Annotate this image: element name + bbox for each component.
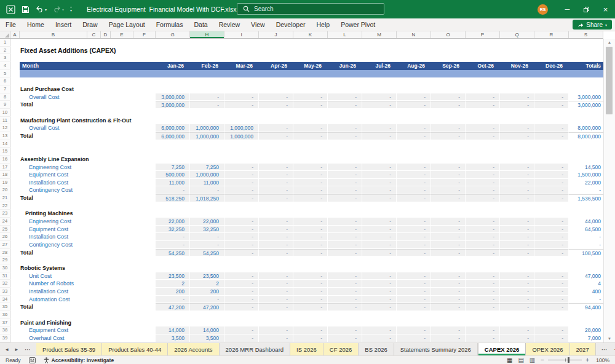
cell-a24[interactable] xyxy=(10,218,20,226)
data-cell[interactable]: 14,000 xyxy=(156,326,190,334)
row-number-3[interactable]: 3 xyxy=(0,54,10,62)
data-cell[interactable]: - xyxy=(328,326,362,334)
row-number-38[interactable]: 38 xyxy=(0,326,10,334)
data-cell[interactable]: - xyxy=(259,249,293,257)
data-cell[interactable]: 6,000,000 xyxy=(156,132,190,140)
row-number-8[interactable]: 8 xyxy=(0,93,10,101)
redo-dropdown-icon[interactable]: ▾ xyxy=(62,7,64,12)
data-cell[interactable]: - xyxy=(293,164,328,172)
data-cell[interactable]: - xyxy=(397,334,431,342)
data-cell[interactable]: - xyxy=(431,241,466,249)
row-number-1[interactable]: 1 xyxy=(0,39,10,47)
data-cell[interactable]: - xyxy=(534,241,569,249)
data-cell[interactable]: - xyxy=(500,93,534,101)
data-cell[interactable]: 1,000,000 xyxy=(190,171,224,179)
cell-a33[interactable] xyxy=(10,288,20,296)
data-cell[interactable]: - xyxy=(397,288,431,296)
data-cell[interactable]: - xyxy=(466,186,500,194)
macro-record-icon[interactable] xyxy=(29,357,36,363)
cell-a8[interactable] xyxy=(10,93,20,101)
data-cell[interactable]: - xyxy=(293,288,328,296)
total-cell[interactable]: 64,500 xyxy=(569,226,603,234)
row-number-29[interactable]: 29 xyxy=(0,256,10,264)
data-cell[interactable]: - xyxy=(259,101,293,109)
data-cell[interactable]: - xyxy=(431,226,466,234)
data-cell[interactable]: - xyxy=(431,296,466,304)
data-cell[interactable]: - xyxy=(431,186,466,194)
data-cell[interactable]: - xyxy=(259,93,293,101)
data-cell[interactable]: - xyxy=(500,280,534,288)
data-cell[interactable]: 1,000,000 xyxy=(224,132,259,140)
data-cell[interactable]: - xyxy=(259,124,293,132)
row-number-11[interactable]: 11 xyxy=(0,117,10,125)
data-cell[interactable]: - xyxy=(362,303,397,311)
menu-tab-home[interactable]: Home xyxy=(22,18,50,31)
column-header-a[interactable]: A xyxy=(10,31,20,38)
row-number-34[interactable]: 34 xyxy=(0,296,10,304)
cell-a14[interactable] xyxy=(10,140,20,148)
sheet-tab-2027[interactable]: 2027 xyxy=(570,343,596,355)
data-cell[interactable]: - xyxy=(500,179,534,187)
data-cell[interactable]: 3,500 xyxy=(190,334,224,342)
data-cell[interactable]: - xyxy=(466,288,500,296)
row-number-31[interactable]: 31 xyxy=(0,272,10,280)
data-cell[interactable]: - xyxy=(466,326,500,334)
data-cell[interactable]: - xyxy=(224,303,259,311)
data-cell[interactable]: - xyxy=(500,288,534,296)
data-cell[interactable]: - xyxy=(397,249,431,257)
data-cell[interactable]: 7,250 xyxy=(190,164,224,172)
row-number-28[interactable]: 28 xyxy=(0,249,10,257)
data-cell[interactable]: - xyxy=(362,334,397,342)
data-cell[interactable]: - xyxy=(293,303,328,311)
total-cell[interactable]: 1,500,000 xyxy=(569,171,603,179)
row-number-12[interactable]: 12 xyxy=(0,124,10,132)
data-cell[interactable]: - xyxy=(500,164,534,172)
data-cell[interactable]: - xyxy=(534,218,569,226)
data-cell[interactable]: - xyxy=(259,179,293,187)
data-cell[interactable]: - xyxy=(259,171,293,179)
data-cell[interactable]: - xyxy=(328,249,362,257)
zoom-out-icon[interactable]: − xyxy=(541,357,544,363)
row-number-22[interactable]: 22 xyxy=(0,202,10,210)
vertical-scrollbar[interactable]: ▲ ▼ xyxy=(603,39,615,342)
data-cell[interactable]: - xyxy=(397,280,431,288)
data-cell[interactable]: 54,250 xyxy=(156,249,190,257)
data-cell[interactable]: - xyxy=(190,241,224,249)
menu-tab-data[interactable]: Data xyxy=(188,18,213,31)
data-cell[interactable]: - xyxy=(534,272,569,280)
data-cell[interactable]: - xyxy=(224,171,259,179)
data-cell[interactable]: - xyxy=(500,233,534,241)
row-number-18[interactable]: 18 xyxy=(0,171,10,179)
data-cell[interactable]: - xyxy=(362,186,397,194)
row-number-26[interactable]: 26 xyxy=(0,233,10,241)
data-cell[interactable]: - xyxy=(466,164,500,172)
data-cell[interactable]: - xyxy=(259,326,293,334)
data-cell[interactable]: - xyxy=(534,179,569,187)
row-number-32[interactable]: 32 xyxy=(0,280,10,288)
row-number-17[interactable]: 17 xyxy=(0,164,10,172)
sheet-tab-2026-mrr-dashboard[interactable]: 2026 MRR Dashboard xyxy=(220,343,291,355)
cell-a16[interactable] xyxy=(10,156,20,164)
data-cell[interactable]: - xyxy=(397,93,431,101)
data-cell[interactable]: 32,250 xyxy=(156,226,190,234)
cell-a3[interactable] xyxy=(10,54,20,62)
data-cell[interactable]: - xyxy=(328,186,362,194)
column-header-k[interactable]: K xyxy=(293,31,328,38)
data-cell[interactable]: - xyxy=(259,164,293,172)
data-cell[interactable]: - xyxy=(328,132,362,140)
cell-a27[interactable] xyxy=(10,241,20,249)
data-cell[interactable]: - xyxy=(156,233,190,241)
data-cell[interactable]: - xyxy=(534,164,569,172)
data-cell[interactable]: - xyxy=(500,303,534,311)
data-cell[interactable]: 518,250 xyxy=(156,194,190,202)
data-cell[interactable]: - xyxy=(466,132,500,140)
data-cell[interactable]: - xyxy=(397,233,431,241)
menu-tab-review[interactable]: Review xyxy=(213,18,245,31)
row-number-23[interactable]: 23 xyxy=(0,210,10,218)
data-cell[interactable]: - xyxy=(293,101,328,109)
data-cell[interactable]: - xyxy=(224,272,259,280)
data-cell[interactable]: - xyxy=(328,241,362,249)
column-header-n[interactable]: N xyxy=(397,31,431,38)
avatar[interactable]: RS xyxy=(538,4,548,15)
data-cell[interactable]: 11,000 xyxy=(190,179,224,187)
